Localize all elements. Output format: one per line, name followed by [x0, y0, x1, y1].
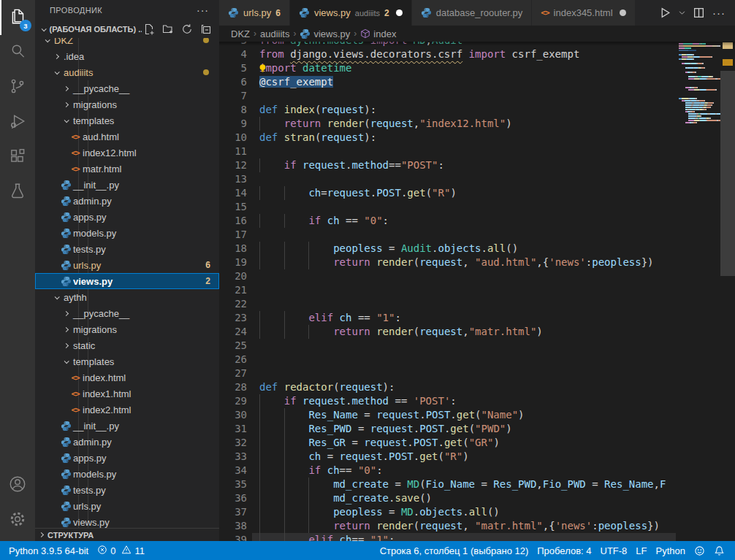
line-number[interactable]: 17: [219, 228, 247, 242]
code-line-6[interactable]: @csrf_exempt: [252, 75, 676, 89]
new-folder-button[interactable]: [161, 22, 175, 37]
tree-item-dkz[interactable]: DKZ: [35, 38, 219, 48]
code-line-19[interactable]: return render(request, "aud.html",{'news…: [252, 256, 676, 269]
code-line-4[interactable]: from django.views.decorators.csrf import…: [252, 47, 676, 61]
tree-item-apps-py[interactable]: apps.py: [35, 450, 219, 466]
code-line-12[interactable]: if request.method=="POST":: [252, 158, 676, 172]
line-number[interactable]: 25: [219, 339, 247, 353]
more-editor-actions-button[interactable]: ···: [710, 4, 728, 22]
code-line-21[interactable]: [252, 283, 676, 297]
status-eol[interactable]: LF: [631, 541, 651, 560]
code-line-14[interactable]: ch=request.POST.get("R"): [252, 186, 676, 200]
tree-item-migrations[interactable]: migrations: [35, 321, 219, 337]
status-encoding[interactable]: UTF-8: [596, 541, 632, 560]
code-line-37[interactable]: peopless = MD.objects.all(): [252, 505, 676, 519]
collapse-folders-button[interactable]: [199, 22, 213, 37]
code-line-34[interactable]: if ch== "0":: [252, 464, 676, 477]
activity-source-control-button[interactable]: [0, 70, 35, 105]
line-number[interactable]: 26: [219, 353, 247, 367]
tree-item--init-py[interactable]: __init__.py: [35, 177, 219, 193]
explorer-more-actions-button[interactable]: ···: [197, 4, 209, 16]
code-line-9[interactable]: return render(request,"index12.html"): [252, 117, 676, 131]
code-line-15[interactable]: [252, 200, 676, 214]
tree-item-index1-html[interactable]: <>index1.html: [35, 386, 219, 402]
line-number[interactable]: 27: [219, 367, 247, 380]
tree-item-templates[interactable]: templates: [35, 353, 219, 369]
outline-section-header[interactable]: СТРУКТУРА: [35, 528, 219, 541]
line-number[interactable]: 8: [219, 103, 247, 117]
lightbulb-icon[interactable]: [257, 63, 268, 77]
activity-testing-button[interactable]: [0, 175, 35, 210]
tree-item-index12-html[interactable]: <>index12.html: [35, 145, 219, 161]
line-number[interactable]: 30: [219, 408, 247, 422]
code-line-8[interactable]: def index(request):: [252, 103, 676, 117]
code-line-29[interactable]: if request.method == 'POST':: [252, 394, 676, 408]
code-line-27[interactable]: [252, 367, 676, 380]
status-notifications[interactable]: [709, 541, 729, 560]
tree-item-index-html[interactable]: <>index.html: [35, 369, 219, 386]
line-number[interactable]: 39: [219, 533, 247, 541]
workspace-section-header[interactable]: (РАБОЧАЯ ОБЛАСТЬ) ...: [35, 20, 219, 38]
line-number[interactable]: 34: [219, 464, 247, 477]
tree-item-matr-html[interactable]: <>matr.html: [35, 161, 219, 177]
problems-status[interactable]: 0 11: [93, 541, 149, 560]
tree-item-index2-html[interactable]: <>index2.html: [35, 402, 219, 418]
tab-views-py[interactable]: views.pyaudiiits2: [290, 0, 412, 26]
line-number[interactable]: 11: [219, 145, 247, 158]
tree-item-views-py[interactable]: views.py2: [35, 273, 219, 289]
line-number[interactable]: 18: [219, 242, 247, 256]
code-line-24[interactable]: return render(request,"matr.html"): [252, 325, 676, 339]
tree-item-apps-py[interactable]: apps.py: [35, 209, 219, 225]
code-line-36[interactable]: md_create.save(): [252, 491, 676, 505]
line-number[interactable]: 9: [219, 117, 247, 131]
line-number[interactable]: 13: [219, 172, 247, 186]
status-cursor-position[interactable]: Строка 6, столбец 1 (выбрано 12): [376, 541, 533, 560]
line-number[interactable]: 35: [219, 477, 247, 491]
code-line-23[interactable]: elif ch == "1":: [252, 311, 676, 325]
activity-explorer-button[interactable]: 3: [0, 0, 35, 35]
breadcrumb-audiiits[interactable]: audiiits: [260, 28, 289, 39]
editor-scrollbar[interactable]: [720, 42, 735, 541]
editor-gutter[interactable]: 3456789101112131415161718192021222324252…: [219, 42, 252, 541]
line-number[interactable]: 15: [219, 200, 247, 214]
line-number[interactable]: 36: [219, 491, 247, 505]
breadcrumb-views-py[interactable]: views.py: [300, 28, 350, 39]
code-line-7[interactable]: [252, 89, 676, 103]
activity-extensions-button[interactable]: [0, 140, 35, 175]
code-line-13[interactable]: [252, 172, 676, 186]
line-number[interactable]: 32: [219, 436, 247, 450]
split-editor-button[interactable]: [690, 4, 707, 22]
line-number[interactable]: 23: [219, 311, 247, 325]
breadcrumb-index[interactable]: index: [360, 28, 396, 39]
tab-database-roouter-py[interactable]: database_roouter.py: [412, 0, 533, 26]
code-line-38[interactable]: return render(request, "matr.html",{'new…: [252, 519, 676, 533]
tree-item-models-py[interactable]: models.py: [35, 466, 219, 482]
line-number[interactable]: 20: [219, 269, 247, 283]
tree-item-models-py[interactable]: models.py: [35, 225, 219, 241]
tree-item-migrations[interactable]: migrations: [35, 96, 219, 112]
code-line-25[interactable]: [252, 339, 676, 353]
line-number[interactable]: 19: [219, 256, 247, 269]
line-number[interactable]: 31: [219, 422, 247, 436]
tree-item-urls-py[interactable]: urls.py: [35, 498, 219, 514]
line-number[interactable]: 38: [219, 519, 247, 533]
run-python-file-button[interactable]: [656, 4, 674, 22]
code-line-31[interactable]: Res_PWD = request.POST.get("PWD"): [252, 422, 676, 436]
tree-item--pycache-[interactable]: __pycache__: [35, 305, 219, 321]
code-line-5[interactable]: import datetime: [252, 61, 676, 75]
refresh-button[interactable]: [180, 22, 194, 37]
activity-settings-button[interactable]: [0, 503, 35, 538]
tree-item-urls-py[interactable]: urls.py6: [35, 257, 219, 273]
line-number[interactable]: 29: [219, 394, 247, 408]
code-line-30[interactable]: Res_Name = request.POST.get("Name"): [252, 408, 676, 422]
editor-lines[interactable]: from aythh.models import MD,Auditfrom dj…: [252, 42, 676, 541]
new-file-button[interactable]: [142, 22, 156, 37]
tree-item-admin-py[interactable]: admin.py: [35, 193, 219, 209]
python-interpreter-status[interactable]: Python 3.9.5 64-bit: [4, 541, 93, 560]
line-number[interactable]: 5: [219, 61, 247, 75]
line-number[interactable]: 21: [219, 283, 247, 297]
tree-item-static[interactable]: static: [35, 337, 219, 353]
code-editor[interactable]: 3456789101112131415161718192021222324252…: [219, 42, 735, 541]
code-line-26[interactable]: [252, 353, 676, 367]
code-line-28[interactable]: def redactor(request):: [252, 380, 676, 394]
